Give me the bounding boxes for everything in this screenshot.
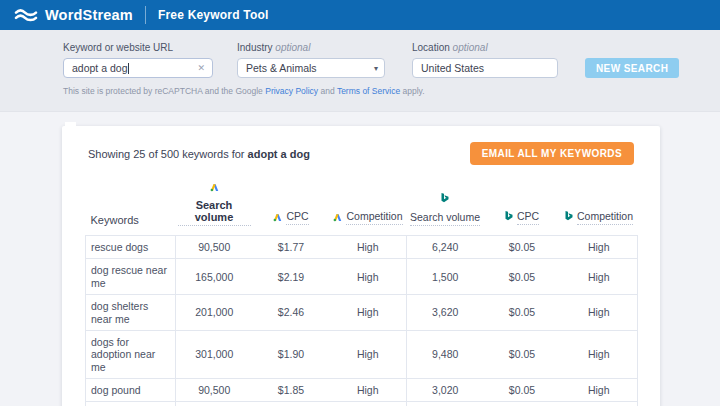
google-search-volume-cell: 201,000 bbox=[176, 295, 253, 331]
google-competition-cell: High bbox=[330, 330, 407, 378]
bing-icon bbox=[441, 190, 449, 208]
google-cpc-cell: $1.85 bbox=[253, 379, 330, 402]
keyword-input[interactable]: adopt a dog bbox=[63, 58, 213, 78]
google-cpc-cell: $1.90 bbox=[253, 330, 330, 378]
table-row: puppies for adoption near me110,000$1.44… bbox=[86, 402, 638, 406]
bing-competition-cell: High bbox=[561, 295, 638, 331]
location-input[interactable]: United States bbox=[412, 58, 558, 78]
bing-cpc-cell: $0.05 bbox=[484, 236, 561, 259]
bing-cpc-cell: $0.05 bbox=[484, 379, 561, 402]
keyword-cell: dog pound bbox=[86, 379, 176, 402]
bing-icon bbox=[565, 208, 573, 226]
top-bar: WordStream Free Keyword Tool bbox=[0, 0, 720, 30]
google-competition-cell: High bbox=[330, 402, 407, 406]
google-cpc-cell: $2.19 bbox=[253, 259, 330, 295]
brand-name: WordStream bbox=[45, 7, 133, 23]
results-card: Showing 25 of 500 keywords for adopt a d… bbox=[62, 126, 660, 406]
bing-cpc-cell: $0.05 bbox=[484, 259, 561, 295]
google-search-volume-cell: 90,500 bbox=[176, 236, 253, 259]
bing-cpc-cell: $0.05 bbox=[484, 402, 561, 406]
google-competition-cell: High bbox=[330, 259, 407, 295]
privacy-policy-link[interactable]: Privacy Policy bbox=[265, 86, 318, 96]
bing-cpc-column-header[interactable]: CPC bbox=[484, 176, 561, 236]
google-cpc-cell: $2.46 bbox=[253, 295, 330, 331]
bing-icon bbox=[505, 208, 513, 226]
google-cpc-column-header[interactable]: CPC bbox=[253, 176, 330, 236]
google-search-volume-cell: 165,000 bbox=[176, 259, 253, 295]
text-caret bbox=[128, 63, 129, 74]
keyword-cell: dog shelters near me bbox=[86, 295, 176, 331]
header-divider bbox=[145, 6, 146, 24]
bing-competition-column-header[interactable]: Competition bbox=[561, 176, 638, 236]
google-competition-cell: High bbox=[330, 379, 407, 402]
bing-competition-cell: High bbox=[561, 236, 638, 259]
google-search-volume-cell: 301,000 bbox=[176, 330, 253, 378]
new-search-button[interactable]: NEW SEARCH bbox=[585, 58, 679, 78]
bing-search-volume-cell: 6,240 bbox=[407, 236, 484, 259]
keyword-cell: rescue dogs bbox=[86, 236, 176, 259]
terms-of-service-link[interactable]: Terms of Service bbox=[337, 86, 400, 96]
bing-competition-cell: High bbox=[561, 259, 638, 295]
keyword-cell: dog rescue near me bbox=[86, 259, 176, 295]
location-input-label: Location optional bbox=[412, 42, 558, 53]
bing-search-volume-cell: 3,620 bbox=[407, 295, 484, 331]
table-row: dog shelters near me201,000$2.46High3,62… bbox=[86, 295, 638, 331]
search-section: Keyword or website URL adopt a dog ✕ Ind… bbox=[0, 30, 720, 112]
bing-search-volume-cell: 1,500 bbox=[407, 259, 484, 295]
keyword-results-table: Keywords Search volume bbox=[85, 176, 638, 406]
google-search-volume-cell: 110,000 bbox=[176, 402, 253, 406]
chevron-down-icon: ▾ bbox=[374, 65, 378, 73]
table-header-row: Keywords Search volume bbox=[86, 176, 638, 236]
google-ads-icon bbox=[273, 208, 282, 226]
google-search-volume-column-header[interactable]: Search volume bbox=[176, 176, 253, 236]
table-row: dog pound90,500$1.85High3,020$0.05High bbox=[86, 379, 638, 402]
bing-cpc-cell: $0.05 bbox=[484, 295, 561, 331]
google-ads-icon bbox=[210, 178, 219, 196]
bing-search-volume-cell: 50 bbox=[407, 402, 484, 406]
keyword-cell: dogs for adoption near me bbox=[86, 330, 176, 378]
bing-competition-cell: High bbox=[561, 379, 638, 402]
bing-competition-cell: High bbox=[561, 402, 638, 406]
table-row: rescue dogs90,500$1.77High6,240$0.05High bbox=[86, 236, 638, 259]
google-competition-cell: High bbox=[330, 236, 407, 259]
email-all-keywords-button[interactable]: EMAIL ALL MY KEYWORDS bbox=[470, 142, 634, 165]
waves-logo-icon bbox=[14, 8, 38, 22]
google-cpc-cell: $1.77 bbox=[253, 236, 330, 259]
keyword-table-body: rescue dogs90,500$1.77High6,240$0.05High… bbox=[86, 236, 638, 406]
table-row: dog rescue near me165,000$2.19High1,500$… bbox=[86, 259, 638, 295]
keyword-cell: puppies for adoption near me bbox=[86, 402, 176, 406]
clear-input-icon[interactable]: ✕ bbox=[197, 64, 205, 73]
industry-select[interactable]: Pets & Animals bbox=[237, 58, 385, 78]
wordstream-logo[interactable]: WordStream bbox=[14, 7, 133, 23]
google-ads-icon bbox=[333, 208, 342, 226]
bing-search-volume-column-header[interactable]: Search volume bbox=[407, 176, 484, 236]
google-competition-column-header[interactable]: Competition bbox=[330, 176, 407, 236]
bing-search-volume-cell: 9,480 bbox=[407, 330, 484, 378]
table-row: dogs for adoption near me301,000$1.90Hig… bbox=[86, 330, 638, 378]
recaptcha-notice: This site is protected by reCAPTCHA and … bbox=[63, 86, 720, 96]
keywords-column-header: Keywords bbox=[86, 176, 176, 236]
google-cpc-cell: $1.44 bbox=[253, 402, 330, 406]
searched-keyword: adopt a dog bbox=[248, 148, 310, 160]
google-search-volume-cell: 90,500 bbox=[176, 379, 253, 402]
keyword-input-label: Keyword or website URL bbox=[63, 42, 213, 53]
page-title: Free Keyword Tool bbox=[158, 8, 269, 22]
results-summary: Showing 25 of 500 keywords for adopt a d… bbox=[88, 148, 310, 160]
bing-cpc-cell: $0.05 bbox=[484, 330, 561, 378]
bing-search-volume-cell: 3,020 bbox=[407, 379, 484, 402]
bing-competition-cell: High bbox=[561, 330, 638, 378]
industry-select-label: Industry optional bbox=[237, 42, 385, 53]
google-competition-cell: High bbox=[330, 295, 407, 331]
